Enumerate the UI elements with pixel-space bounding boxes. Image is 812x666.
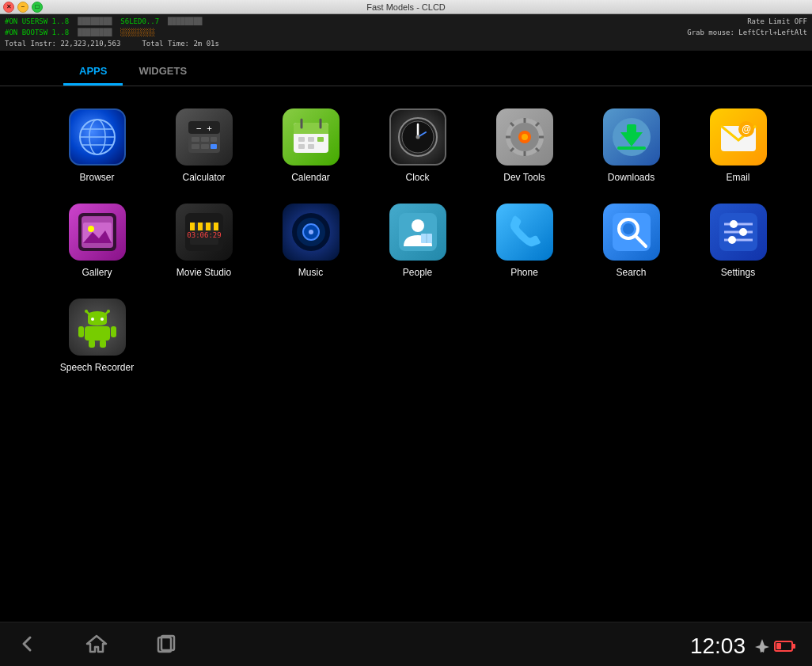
clock-label: Clock [405, 172, 429, 183]
svg-rect-23 [308, 144, 314, 149]
svg-point-28 [415, 135, 419, 139]
search-label: Search [616, 267, 646, 278]
settings-label: Settings [721, 267, 755, 278]
phone-label: Phone [510, 267, 538, 278]
svg-point-75 [730, 220, 738, 228]
app-moviestudio[interactable]: 03:06:29 Movie Studio [154, 197, 253, 284]
svg-point-77 [739, 228, 747, 236]
svg-rect-9 [201, 137, 209, 142]
maximize-button[interactable]: □ [32, 2, 43, 13]
calculator-icon: − + [176, 108, 233, 166]
app-phone[interactable]: Phone [475, 197, 574, 284]
app-area: APPS WIDGETS Browser [0, 51, 812, 622]
recents-button[interactable] [155, 633, 177, 660]
svg-rect-95 [792, 644, 795, 649]
tab-widgets[interactable]: WIDGETS [123, 59, 203, 86]
svg-rect-19 [298, 137, 305, 142]
svg-rect-8 [192, 137, 199, 142]
svg-point-32 [522, 134, 528, 140]
svg-point-84 [91, 318, 94, 321]
downloads-label: Downloads [608, 172, 655, 183]
app-music[interactable]: Music [261, 197, 360, 284]
svg-rect-13 [211, 144, 217, 149]
app-email[interactable]: @ Email [689, 102, 787, 189]
music-icon [283, 204, 340, 261]
nav-left-controls [16, 633, 177, 660]
people-label: People [403, 267, 432, 278]
svg-point-83 [107, 310, 110, 313]
clock-icon [389, 108, 446, 166]
emulator-status-bar: #ON USERSW 1..8 ████████ S6LED0..7 █████… [0, 14, 812, 51]
speechrecorder-icon [69, 299, 126, 356]
devtools-icon [496, 108, 553, 166]
navigation-bar: 12:03 [0, 622, 812, 666]
app-calculator[interactable]: − + Calculator [154, 102, 253, 189]
gallery-label: Gallery [82, 267, 112, 278]
browser-label: Browser [79, 172, 114, 183]
svg-rect-12 [201, 144, 209, 149]
svg-point-52 [88, 226, 94, 232]
app-devtools[interactable]: Dev Tools [475, 102, 574, 189]
app-calendar[interactable]: Calendar [261, 102, 360, 189]
gallery-icon [69, 204, 126, 261]
svg-rect-90 [100, 340, 106, 348]
devtools-label: Dev Tools [503, 172, 544, 183]
minimize-button[interactable]: − [17, 2, 28, 13]
moviestudio-label: Movie Studio [176, 267, 231, 278]
app-settings[interactable]: Settings [689, 197, 787, 284]
tab-bar: APPS WIDGETS [0, 51, 812, 86]
app-grid: Browser − + [0, 86, 812, 395]
svg-marker-91 [87, 636, 106, 652]
email-label: Email [726, 172, 749, 183]
speechrecorder-label: Speech Recorder [60, 362, 134, 373]
browser-icon [69, 108, 126, 166]
svg-text:@: @ [742, 124, 751, 135]
tab-apps[interactable]: APPS [63, 59, 123, 86]
svg-rect-21 [317, 137, 324, 142]
downloads-icon [603, 108, 660, 166]
svg-rect-59 [214, 223, 218, 230]
search-icon [603, 204, 660, 261]
svg-text:03:06:29: 03:06:29 [187, 231, 221, 239]
calculator-label: Calculator [182, 172, 225, 183]
status-icons [753, 637, 796, 655]
app-people[interactable]: People [368, 197, 467, 284]
window-title: Fast Models - CLCD [366, 2, 446, 12]
calendar-icon [283, 108, 340, 166]
back-button[interactable] [16, 633, 38, 660]
svg-rect-96 [776, 643, 781, 649]
nav-right-status: 12:03 [690, 634, 796, 659]
app-browser[interactable]: Browser [47, 102, 146, 189]
svg-rect-43 [627, 124, 636, 135]
svg-rect-22 [298, 144, 305, 149]
calendar-label: Calendar [291, 172, 330, 183]
status-ratelimit: Rate Limit OFF [747, 16, 807, 27]
svg-point-79 [728, 236, 736, 244]
email-icon: @ [710, 108, 767, 166]
svg-rect-58 [206, 223, 211, 230]
app-gallery[interactable]: Gallery [47, 197, 146, 284]
svg-rect-56 [190, 223, 195, 230]
airplane-icon [753, 637, 771, 655]
svg-rect-44 [617, 147, 646, 150]
svg-rect-20 [308, 137, 314, 142]
app-search[interactable]: Search [582, 197, 681, 284]
svg-rect-88 [111, 326, 116, 337]
title-bar: ✕ − □ Fast Models - CLCD [0, 0, 812, 14]
svg-rect-86 [85, 326, 110, 341]
status-grab-mouse: Grab mouse: LeftCtrl+LeftAlt [687, 27, 807, 38]
phone-icon [496, 204, 553, 261]
svg-rect-11 [192, 144, 199, 149]
svg-rect-16 [294, 129, 328, 134]
svg-rect-87 [78, 326, 84, 337]
app-clock[interactable]: Clock [368, 102, 467, 189]
moviestudio-icon: 03:06:29 [176, 204, 233, 261]
home-button[interactable] [85, 633, 108, 660]
app-downloads[interactable]: Downloads [582, 102, 681, 189]
settings-icon [710, 204, 767, 261]
svg-text:−   +: − + [196, 124, 212, 134]
svg-point-72 [623, 223, 634, 234]
close-button[interactable]: ✕ [3, 2, 14, 13]
svg-rect-10 [211, 137, 217, 142]
app-speechrecorder[interactable]: Speech Recorder [47, 292, 146, 379]
